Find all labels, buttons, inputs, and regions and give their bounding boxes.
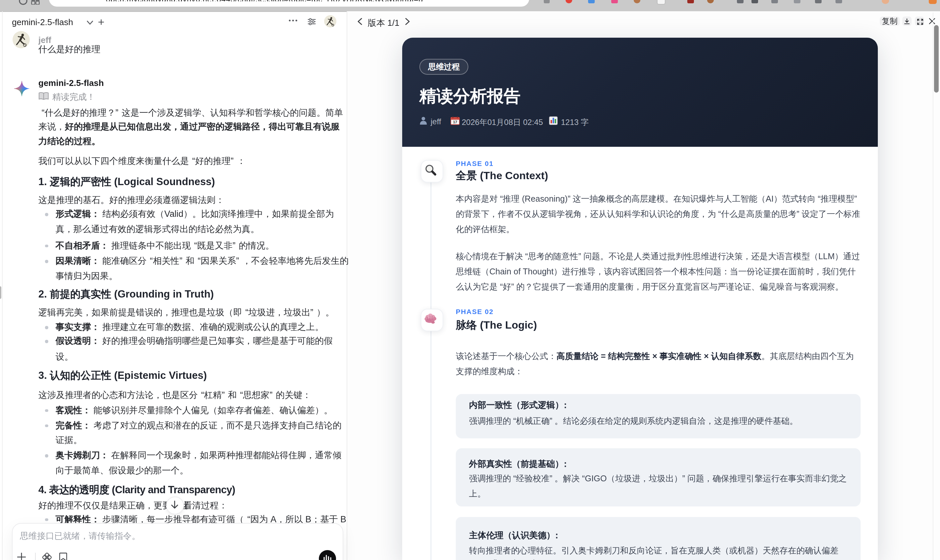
svg-text:17: 17	[453, 120, 457, 124]
